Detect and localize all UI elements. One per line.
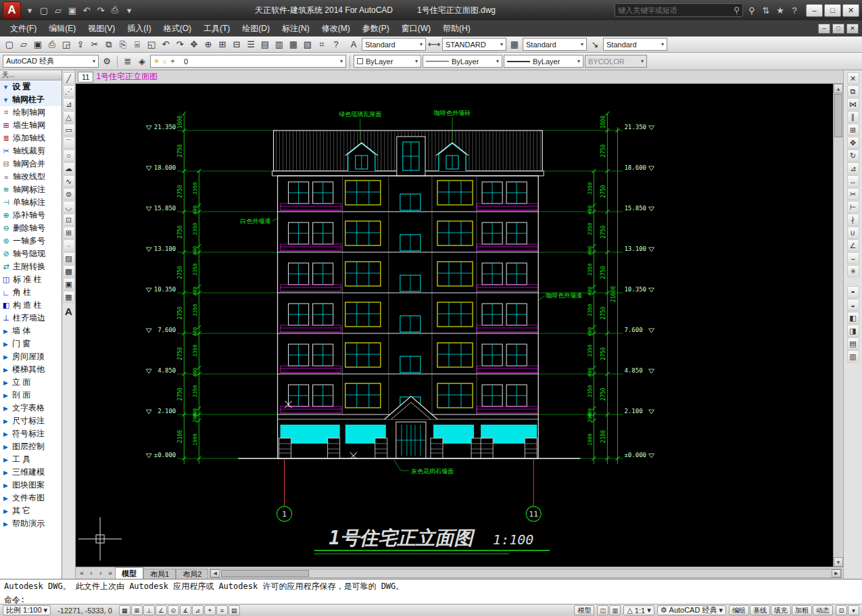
palette-section[interactable]: ▶ 图块图案	[0, 479, 62, 492]
mtext-icon[interactable]: A	[65, 306, 72, 317]
scroll-right-button[interactable]: ▶	[832, 569, 841, 577]
table-style-icon[interactable]: ▦	[508, 38, 521, 51]
mleader-style-icon[interactable]: ↘	[588, 38, 602, 51]
table-style-select[interactable]: Standard ▾	[523, 38, 587, 51]
hatch-icon[interactable]: ▨	[63, 252, 75, 264]
markup-icon[interactable]: ▧	[301, 38, 314, 51]
break-icon[interactable]: ∤	[847, 214, 859, 226]
palette-tool[interactable]: ⌗ 绘制轴网	[0, 106, 62, 119]
zoom-realtime-icon[interactable]: ⊕	[201, 38, 215, 51]
palette-section[interactable]: ▶ 墙 体	[0, 325, 62, 337]
workspace-select[interactable]: AutoCAD 经典 ▾	[3, 55, 99, 68]
palette-section[interactable]: ▶ 符号标注	[0, 427, 62, 440]
palette-group[interactable]: ▼ 轴网柱子	[0, 93, 62, 106]
dim-style-icon[interactable]: ⟷	[427, 38, 441, 51]
block-editor-icon[interactable]: ◱	[145, 38, 158, 51]
layer-properties-icon[interactable]: ≣	[121, 55, 135, 68]
layout-tab[interactable]: 布局1	[143, 569, 176, 579]
tarch-toggle[interactable]: 动态	[813, 605, 833, 615]
region-icon[interactable]: ▣	[63, 278, 75, 290]
publish-icon[interactable]: ⇪	[74, 38, 87, 51]
palette-tool[interactable]: ≣ 添加轴线	[0, 132, 62, 145]
explode-icon[interactable]: ✳	[847, 265, 859, 277]
plot-preview-icon[interactable]: ◲	[59, 38, 73, 51]
app-logo[interactable]: A	[3, 1, 21, 19]
ducs-toggle[interactable]: ⊿	[192, 605, 203, 615]
xline-icon[interactable]: ⋰	[63, 85, 75, 97]
lwt-toggle[interactable]: ≡	[216, 605, 228, 615]
scroll-up-button[interactable]: ▲	[834, 84, 843, 93]
qat-customize-icon[interactable]: ▾	[122, 3, 136, 17]
palette-tool[interactable]: ⊥ 柱齐墙边	[0, 312, 62, 325]
prev-tab-button[interactable]: ‹	[87, 569, 96, 577]
dim-style-select[interactable]: STANDARD ▾	[442, 38, 506, 51]
search-input[interactable]	[618, 6, 731, 14]
line-icon[interactable]: ╱	[63, 72, 75, 85]
pan-icon[interactable]: ✥	[187, 38, 201, 51]
open-icon[interactable]: ▱	[17, 38, 30, 51]
otrack-toggle[interactable]: ∡	[180, 605, 191, 615]
ungroup-icon[interactable]: ▥	[847, 350, 859, 362]
gradient-icon[interactable]: ▩	[63, 265, 75, 277]
scroll-left-button[interactable]: ◀	[210, 569, 220, 577]
menu-item[interactable]: 插入(I)	[121, 20, 157, 37]
menu-item[interactable]: 帮助(H)	[437, 20, 477, 37]
palette-tool[interactable]: ≈ 轴改线型	[0, 170, 62, 183]
document-close-button[interactable]: ✕	[846, 24, 859, 34]
copy-icon[interactable]: ⧉	[847, 85, 859, 97]
document-restore-button[interactable]: □	[832, 24, 844, 34]
annotation-scale-select[interactable]: △ 1:1 ▾	[623, 605, 654, 615]
menu-item[interactable]: 窗口(W)	[396, 20, 437, 37]
ellipse-arc-icon[interactable]: ◡	[63, 201, 75, 213]
clean-screen-icon[interactable]: ⊡	[836, 605, 847, 615]
palette-section[interactable]: ▶ 其 它	[0, 504, 62, 517]
trim-icon[interactable]: ✂	[847, 188, 859, 200]
vertical-scroll-thumb[interactable]	[834, 94, 842, 137]
draworder-front-icon[interactable]: ◓	[847, 286, 859, 298]
palette-caption[interactable]: 天...	[0, 70, 62, 80]
erase-icon[interactable]: ✕	[847, 72, 859, 85]
file-tab-label[interactable]: 1号住宅正立面图	[96, 71, 158, 82]
rectangle-icon[interactable]: ▭	[63, 124, 75, 136]
palette-tool[interactable]: ⊛ 一轴多号	[0, 235, 62, 247]
palette-section[interactable]: ▶ 文字表格	[0, 402, 62, 414]
osnap-toggle[interactable]: ⊙	[168, 605, 179, 615]
workspace-settings-icon[interactable]: ⚙	[100, 55, 114, 68]
horizontal-scrollbar[interactable]: ◀ ▶	[210, 569, 842, 578]
menu-item[interactable]: 标注(N)	[276, 20, 316, 37]
palette-section[interactable]: ▶ 工 具	[0, 453, 62, 466]
properties-icon[interactable]: ☰	[244, 38, 258, 51]
favorites-icon[interactable]: ★	[773, 3, 787, 17]
drawing-canvas[interactable]: 21.35021.35018.60018.60015.85015.85013.1…	[76, 84, 833, 567]
palette-tool[interactable]: ⊞ 墙生轴网	[0, 119, 62, 132]
mirror-icon[interactable]: ⋈	[847, 98, 859, 110]
quick-view-drawings-icon[interactable]: ▥	[609, 605, 621, 615]
make-block-icon[interactable]: ⊞	[63, 227, 75, 239]
array-icon[interactable]: ⊞	[847, 124, 859, 136]
sheet-set-icon[interactable]: ▦	[287, 38, 300, 51]
menu-item[interactable]: 参数(P)	[356, 20, 396, 37]
palette-tool[interactable]: ⇄ 主附转换	[0, 260, 62, 273]
palette-section[interactable]: ▶ 尺寸标注	[0, 414, 62, 427]
grid-toggle[interactable]: ⊞	[131, 605, 143, 615]
tray-arrow-icon[interactable]: ▾	[848, 605, 859, 615]
draworder-above-icon[interactable]: ◧	[847, 312, 859, 324]
search-icon[interactable]: ⚲	[734, 5, 740, 15]
horizontal-scroll-thumb[interactable]	[221, 570, 309, 577]
quick-view-layouts-icon[interactable]: ◫	[597, 605, 608, 615]
quickcalc-icon[interactable]: ⌗	[315, 38, 329, 51]
stretch-icon[interactable]: ↔	[847, 175, 859, 187]
color-select[interactable]: ByLayer ▾	[354, 55, 421, 68]
palette-section[interactable]: ▶ 图层控制	[0, 440, 62, 453]
revcloud-icon[interactable]: ☁	[63, 162, 75, 174]
copy-icon[interactable]: ⧉	[102, 38, 116, 51]
menu-item[interactable]: 绘图(D)	[236, 20, 276, 37]
menu-item[interactable]: 编辑(E)	[43, 20, 82, 37]
redo-icon[interactable]: ↷	[173, 38, 187, 51]
palette-tool[interactable]: ⊣ 单轴标注	[0, 196, 62, 209]
tarch-toggle[interactable]: 编组	[729, 605, 749, 615]
fillet-icon[interactable]: ⌣	[847, 252, 859, 264]
plot-icon[interactable]: ⎙	[45, 38, 59, 51]
palette-section[interactable]: ▶ 文件布图	[0, 492, 62, 504]
ortho-toggle[interactable]: ⊥	[143, 605, 155, 615]
